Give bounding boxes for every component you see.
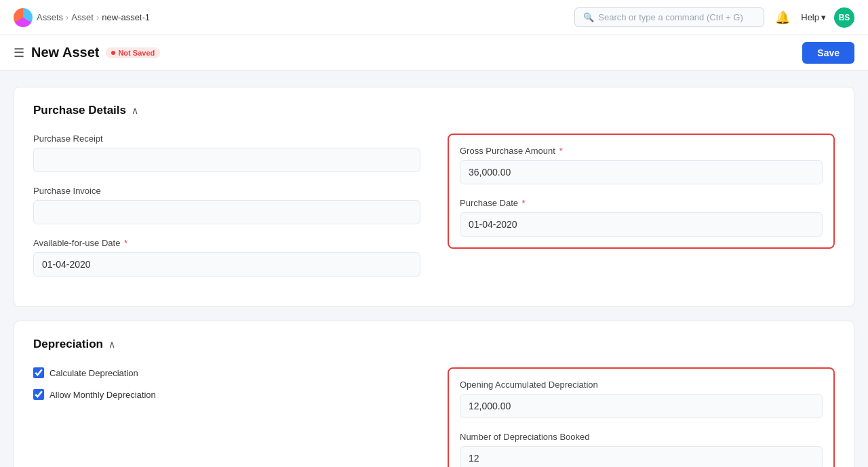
- num-depreciations-group: Number of Depreciations Booked: [460, 432, 823, 467]
- not-saved-badge: Not Saved: [106, 47, 160, 58]
- search-bar[interactable]: 🔍 Search or type a command (Ctrl + G): [574, 7, 764, 27]
- purchase-details-section: Purchase Details ∧ Purchase Receipt Purc…: [14, 87, 854, 307]
- allow-monthly-depreciation-checkbox[interactable]: [33, 389, 44, 400]
- breadcrumb-asset[interactable]: Asset: [71, 12, 94, 22]
- purchase-receipt-label: Purchase Receipt: [33, 134, 420, 144]
- search-icon: 🔍: [583, 12, 594, 22]
- avatar[interactable]: BS: [834, 7, 854, 28]
- purchase-amount-date-highlight-box: Gross Purchase Amount * Purchase Date *: [448, 134, 835, 249]
- not-saved-dot: [111, 51, 115, 55]
- opening-accumulated-input[interactable]: [460, 394, 823, 418]
- gross-purchase-amount-label: Gross Purchase Amount *: [460, 146, 823, 156]
- breadcrumb-new-asset: new-asset-1: [102, 12, 150, 22]
- save-button[interactable]: Save: [802, 42, 854, 64]
- page-title: New Asset: [31, 45, 99, 60]
- depreciation-form-grid: Calculate Depreciation Allow Monthly Dep…: [33, 367, 835, 467]
- purchase-invoice-input[interactable]: [33, 200, 420, 224]
- allow-monthly-depreciation-group: Allow Monthly Depreciation: [33, 389, 420, 400]
- purchase-invoice-group: Purchase Invoice: [33, 186, 420, 224]
- calculate-depreciation-checkbox[interactable]: [33, 367, 44, 378]
- purchase-details-form-grid: Purchase Receipt Purchase Invoice Availa…: [33, 134, 835, 290]
- top-nav: Assets › Asset › new-asset-1 🔍 Search or…: [0, 0, 868, 35]
- purchase-date-group: Purchase Date *: [460, 198, 823, 237]
- depreciation-header: Depreciation ∧: [33, 338, 835, 351]
- available-for-use-date-group: Available-for-use Date *: [33, 238, 420, 277]
- breadcrumb-sep-1: ›: [66, 12, 68, 22]
- purchase-receipt-group: Purchase Receipt: [33, 134, 420, 172]
- purchase-details-right-col: Gross Purchase Amount * Purchase Date *: [448, 134, 835, 290]
- purchase-invoice-label: Purchase Invoice: [33, 186, 420, 196]
- opening-accumulated-label: Opening Accumulated Depreciation: [460, 380, 823, 390]
- purchase-date-label: Purchase Date *: [460, 198, 823, 208]
- app-logo[interactable]: [14, 8, 33, 27]
- subheader-left: ☰ New Asset Not Saved: [14, 45, 160, 60]
- help-button[interactable]: Help ▾: [801, 12, 826, 22]
- depreciation-left-col: Calculate Depreciation Allow Monthly Dep…: [33, 367, 420, 467]
- not-saved-label: Not Saved: [118, 49, 155, 57]
- help-chevron-icon: ▾: [821, 12, 826, 22]
- subheader: ☰ New Asset Not Saved Save: [0, 35, 868, 70]
- gross-purchase-amount-group: Gross Purchase Amount *: [460, 146, 823, 184]
- breadcrumb-assets[interactable]: Assets: [37, 12, 63, 22]
- purchase-details-header: Purchase Details ∧: [33, 104, 835, 117]
- nav-right: 🔍 Search or type a command (Ctrl + G) 🔔 …: [574, 7, 854, 28]
- menu-icon-button[interactable]: ☰: [14, 45, 24, 60]
- purchase-date-input[interactable]: [460, 212, 823, 237]
- depreciation-right-col: Opening Accumulated Depreciation Number …: [448, 367, 835, 467]
- purchase-receipt-input[interactable]: [33, 148, 420, 172]
- opening-accumulated-group: Opening Accumulated Depreciation: [460, 380, 823, 418]
- calculate-depreciation-label: Calculate Depreciation: [50, 368, 138, 378]
- available-for-use-date-label: Available-for-use Date *: [33, 238, 420, 248]
- required-star-3: *: [519, 198, 526, 208]
- help-label: Help: [801, 12, 819, 22]
- depreciation-section: Depreciation ∧ Calculate Depreciation Al…: [14, 321, 854, 467]
- purchase-details-collapse-button[interactable]: ∧: [132, 105, 138, 116]
- required-star-1: *: [121, 238, 127, 248]
- required-star-2: *: [557, 146, 563, 156]
- breadcrumb-sep-2: ›: [96, 12, 99, 22]
- num-depreciations-label: Number of Depreciations Booked: [460, 432, 823, 442]
- gross-purchase-amount-input[interactable]: [460, 160, 823, 184]
- notifications-button[interactable]: 🔔: [772, 7, 793, 28]
- nav-left: Assets › Asset › new-asset-1: [14, 8, 150, 27]
- available-for-use-date-input[interactable]: [33, 252, 420, 277]
- depreciation-collapse-button[interactable]: ∧: [108, 339, 115, 350]
- num-depreciations-input[interactable]: [460, 446, 823, 467]
- search-placeholder-text: Search or type a command (Ctrl + G): [598, 12, 743, 22]
- breadcrumb: Assets › Asset › new-asset-1: [37, 12, 150, 22]
- purchase-details-title: Purchase Details: [33, 104, 126, 117]
- calculate-depreciation-group: Calculate Depreciation: [33, 367, 420, 378]
- depreciation-values-highlight-box: Opening Accumulated Depreciation Number …: [448, 367, 835, 467]
- purchase-details-left-col: Purchase Receipt Purchase Invoice Availa…: [33, 134, 420, 290]
- depreciation-title: Depreciation: [33, 338, 103, 351]
- allow-monthly-depreciation-label: Allow Monthly Depreciation: [50, 390, 156, 400]
- main-content: Purchase Details ∧ Purchase Receipt Purc…: [0, 70, 868, 467]
